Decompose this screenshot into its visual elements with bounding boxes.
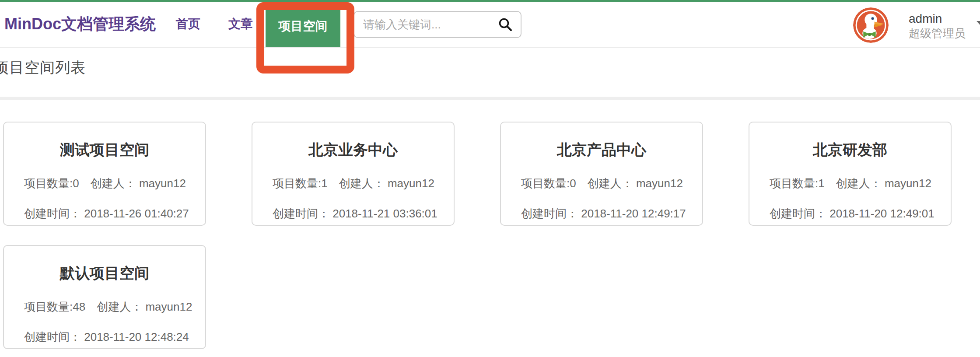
- creator-name: mayun12: [885, 177, 931, 190]
- created-time: 2018-11-20 12:48:24: [84, 330, 189, 343]
- project-count: 48: [73, 300, 85, 313]
- space-card-meta-line1: 项目数量:1创建人： mayun12: [252, 176, 454, 191]
- project-count: 0: [73, 177, 79, 190]
- space-card-bj-product[interactable]: 北京产品中心 项目数量:0创建人： mayun12 创建时间： 2018-11-…: [500, 122, 703, 226]
- duck-logo-avatar-icon: [853, 7, 889, 43]
- created-time: 2018-11-20 12:49:01: [830, 207, 934, 220]
- space-card-title: 北京研发部: [749, 140, 951, 160]
- space-card-meta-line1: 项目数量:0创建人： mayun12: [4, 176, 205, 191]
- space-card-test[interactable]: 测试项目空间 项目数量:0创建人： mayun12 创建时间： 2018-11-…: [3, 122, 206, 226]
- top-accent-line: [0, 0, 980, 2]
- creator-name: mayun12: [145, 300, 192, 313]
- page-title: 项目空间列表: [0, 58, 86, 78]
- space-card-meta-line1: 项目数量:48创建人： mayun12: [4, 299, 205, 315]
- space-card-bj-rnd[interactable]: 北京研发部 项目数量:1创建人： mayun12 创建时间： 2018-11-2…: [749, 122, 952, 226]
- brand-logo[interactable]: MinDoc文档管理系统: [4, 0, 156, 48]
- created-time: 2018-11-21 03:36:01: [332, 207, 438, 220]
- project-count: 0: [570, 177, 576, 190]
- search-button[interactable]: [498, 17, 513, 32]
- nav-item-articles[interactable]: 文章: [228, 0, 253, 48]
- space-card-title: 北京产品中心: [501, 140, 702, 160]
- creator-name: mayun12: [636, 177, 683, 190]
- creator-name: mayun12: [139, 177, 186, 190]
- creator-name: mayun12: [388, 177, 434, 190]
- project-count: 1: [321, 177, 327, 190]
- section-divider: [0, 97, 980, 100]
- project-count: 1: [818, 177, 824, 190]
- nav-item-project-spaces[interactable]: 项目空间: [266, 6, 340, 47]
- page: MinDoc文档管理系统 首页 文章 项目空间: [0, 0, 980, 357]
- space-card-meta-line1: 项目数量:1创建人： mayun12: [749, 176, 951, 191]
- space-card-bj-business[interactable]: 北京业务中心 项目数量:1创建人： mayun12 创建时间： 2018-11-…: [252, 122, 455, 226]
- search-input[interactable]: [363, 18, 498, 32]
- space-card-meta-line2: 创建时间： 2018-11-20 12:49:01: [749, 206, 951, 221]
- chevron-down-icon[interactable]: [976, 21, 980, 25]
- space-card-title: 默认项目空间: [4, 263, 205, 284]
- space-card-meta-line2: 创建时间： 2018-11-21 03:36:01: [252, 206, 454, 221]
- user-avatar[interactable]: [853, 7, 889, 43]
- space-card-meta-line2: 创建时间： 2018-11-20 12:48:24: [4, 329, 205, 345]
- user-name: admin: [909, 11, 966, 26]
- project-space-card-grid: 测试项目空间 项目数量:0创建人： mayun12 创建时间： 2018-11-…: [3, 122, 980, 349]
- created-time: 2018-11-20 12:49:17: [581, 207, 686, 220]
- magnifier-icon: [498, 17, 513, 32]
- nav-item-home[interactable]: 首页: [176, 0, 200, 48]
- user-role: 超级管理员: [909, 26, 966, 40]
- space-card-default[interactable]: 默认项目空间 项目数量:48创建人： mayun12 创建时间： 2018-11…: [3, 245, 206, 349]
- top-navbar: MinDoc文档管理系统 首页 文章 项目空间: [0, 0, 980, 48]
- user-info[interactable]: admin 超级管理员: [909, 11, 966, 40]
- space-card-title: 测试项目空间: [4, 140, 205, 160]
- search-box[interactable]: [354, 11, 522, 38]
- space-card-meta-line1: 项目数量:0创建人： mayun12: [501, 176, 702, 191]
- created-time: 2018-11-26 01:40:27: [84, 207, 189, 220]
- space-card-title: 北京业务中心: [252, 140, 454, 160]
- space-card-meta-line2: 创建时间： 2018-11-26 01:40:27: [4, 206, 205, 221]
- space-card-meta-line2: 创建时间： 2018-11-20 12:49:17: [501, 206, 702, 221]
